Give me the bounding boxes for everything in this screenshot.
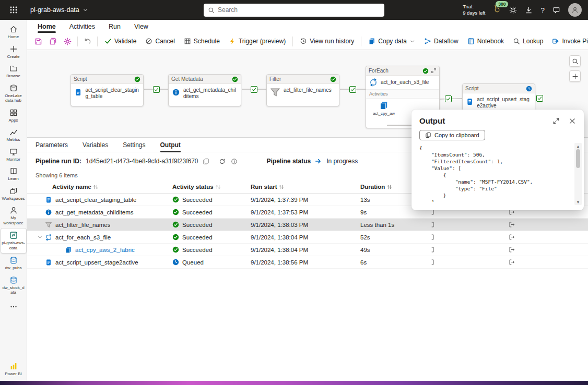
- pipeline-status: Pipeline status In progress: [267, 158, 358, 165]
- in-progress-icon: [315, 158, 322, 165]
- table-row[interactable]: act_script_upsert_stage2active Queued 9/…: [27, 256, 588, 269]
- zoom-in-button[interactable]: [569, 70, 581, 82]
- output-button[interactable]: [508, 245, 516, 254]
- schedule-button[interactable]: Schedule: [180, 35, 224, 47]
- script-icon: [466, 97, 474, 107]
- sidebar-item-onelake[interactable]: OneLake data hub: [1, 81, 27, 106]
- sidebar-item-metrics[interactable]: Metrics: [1, 125, 27, 145]
- feedback-button[interactable]: [552, 6, 560, 14]
- undo-button[interactable]: [80, 35, 95, 48]
- tab-view[interactable]: View: [134, 23, 148, 30]
- tab-settings[interactable]: Settings: [123, 141, 145, 149]
- table-row-child[interactable]: act_cpy_aws_2_fabric Succeeded 9/1/2024,…: [27, 244, 588, 256]
- window-accent-strip: [0, 381, 588, 385]
- sidebar-more-button[interactable]: [1, 300, 27, 314]
- close-button[interactable]: [569, 117, 576, 125]
- app-launcher-button[interactable]: [0, 0, 27, 20]
- tab-parameters[interactable]: Parameters: [36, 141, 68, 149]
- scroll-up-button[interactable]: ▲: [577, 143, 580, 149]
- scrollbar[interactable]: ▲ ▼: [574, 143, 582, 205]
- copy-to-clipboard-button[interactable]: Copy to clipboard: [419, 130, 485, 140]
- collapse-node-icon[interactable]: [431, 68, 437, 74]
- output-button[interactable]: [508, 220, 516, 229]
- global-search[interactable]: [204, 4, 384, 17]
- activities-section-label: Activities: [366, 90, 439, 99]
- tab-activities[interactable]: Activities: [69, 23, 95, 30]
- sidebar-item-my-workspace[interactable]: My workspace: [1, 203, 27, 228]
- output-button[interactable]: [508, 258, 516, 267]
- cancel-button[interactable]: Cancel: [141, 35, 179, 47]
- info-button[interactable]: [230, 157, 239, 166]
- input-button[interactable]: [427, 245, 436, 254]
- sidebar-item-pl-grab-aws-data[interactable]: pl-grab-aws-data: [1, 228, 27, 254]
- node-get-metadata[interactable]: Get Metadata act_get_metadata_childitems: [168, 74, 241, 106]
- node-copy-activity[interactable]: act_cpy_aw: [370, 101, 397, 116]
- horizontal-scrollbar[interactable]: [387, 125, 413, 126]
- node-name: act_get_metadata_childitems: [183, 87, 238, 100]
- sort-duration[interactable]: [386, 184, 392, 190]
- output-button[interactable]: [508, 233, 516, 242]
- refresh-button[interactable]: [218, 157, 227, 166]
- node-body: act_get_metadata_childitems: [169, 84, 241, 106]
- scroll-down-button[interactable]: ▼: [577, 199, 580, 205]
- input-button[interactable]: [427, 233, 436, 242]
- input-button[interactable]: [427, 258, 436, 267]
- search-input[interactable]: [218, 6, 380, 14]
- downloads-button[interactable]: [525, 6, 533, 14]
- activity-name: act_for_each_s3_file: [55, 234, 111, 240]
- validate-button[interactable]: Validate: [100, 35, 140, 47]
- separator: [97, 37, 98, 46]
- scroll-thumb[interactable]: [576, 149, 580, 168]
- table-row-selected[interactable]: act_filter_file_names Succeeded 9/1/2024…: [27, 219, 588, 231]
- node-script-1[interactable]: Script act_script_clear_staging_table: [70, 74, 144, 106]
- sidebar-item-learn[interactable]: Learn: [1, 164, 27, 184]
- collapse-chevron[interactable]: [34, 234, 45, 240]
- tab-run[interactable]: Run: [109, 23, 121, 30]
- help-button[interactable]: ?: [540, 6, 545, 14]
- info-icon: [45, 209, 52, 216]
- child-node-label: act_cpy_aw: [373, 111, 395, 116]
- sidebar-item-dw-stock-data[interactable]: dw_stock_data: [1, 273, 27, 298]
- node-filter[interactable]: Filter act_filter_file_names: [266, 74, 339, 106]
- rewards-button[interactable]: 300: [493, 5, 501, 15]
- trigger-button[interactable]: Trigger (preview): [225, 35, 290, 47]
- save-button[interactable]: [31, 35, 45, 48]
- node-header: Get Metadata: [169, 75, 241, 84]
- sort-run-start[interactable]: [278, 184, 284, 190]
- search-icon: [572, 58, 579, 65]
- copy-run-id-button[interactable]: [202, 157, 210, 166]
- settings-button[interactable]: [509, 6, 517, 14]
- sidebar-item-label: Monitor: [6, 157, 20, 162]
- sidebar-item-browse[interactable]: Browse: [1, 62, 27, 81]
- avatar[interactable]: [568, 3, 582, 17]
- canvas-search-button[interactable]: [569, 55, 581, 67]
- pipeline-settings-button[interactable]: [61, 35, 75, 48]
- sidebar-item-home[interactable]: Home: [1, 22, 27, 42]
- activity-name-link[interactable]: act_cpy_aws_2_fabric: [75, 247, 135, 253]
- tab-variables[interactable]: Variables: [83, 141, 108, 149]
- tab-output[interactable]: Output: [160, 141, 181, 149]
- output-icon: [509, 221, 515, 228]
- save-all-button[interactable]: [46, 35, 60, 48]
- view-run-history-button[interactable]: View run history: [296, 35, 358, 47]
- workspace-title-button[interactable]: pl-grab-aws-data: [27, 6, 91, 14]
- button-label: Copy data: [378, 38, 407, 45]
- copy-data-button[interactable]: Copy data: [364, 35, 419, 47]
- sidebar-item-dw-pubs[interactable]: dw_pubs: [1, 254, 27, 273]
- lookup-button[interactable]: Lookup: [509, 35, 547, 47]
- notebook-button[interactable]: Notebook: [463, 35, 508, 47]
- warehouse-icon: [9, 276, 18, 284]
- sidebar-item-power-bi[interactable]: Power BI: [1, 359, 27, 379]
- input-button[interactable]: [427, 220, 436, 229]
- tab-home[interactable]: Home: [38, 23, 56, 30]
- sidebar-item-workspaces[interactable]: Workspaces: [1, 184, 27, 204]
- invoke-pipeline-button[interactable]: Invoke Pipeline: [548, 35, 588, 47]
- table-row[interactable]: act_for_each_s3_file Succeeded 9/1/2024,…: [27, 231, 588, 244]
- sort-activity-status[interactable]: [215, 184, 221, 190]
- sidebar-item-monitor[interactable]: Monitor: [1, 145, 27, 165]
- expand-button[interactable]: [552, 117, 560, 125]
- sidebar-item-create[interactable]: Create: [1, 42, 27, 62]
- dataflow-button[interactable]: Dataflow: [420, 35, 463, 47]
- sidebar-item-apps[interactable]: Apps: [1, 106, 27, 126]
- sort-activity-name[interactable]: [93, 184, 99, 190]
